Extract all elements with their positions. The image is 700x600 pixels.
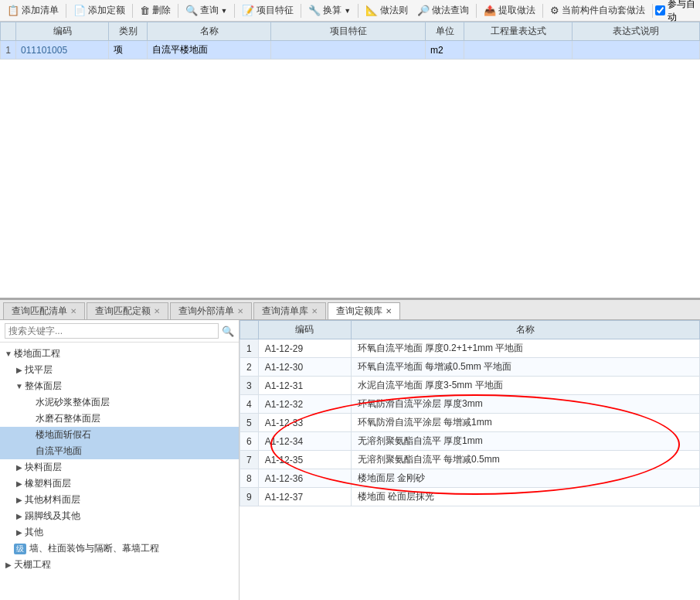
tree-item-4[interactable]: 水泥砂浆整体面层 bbox=[0, 394, 239, 411]
quota-code: A1-12-36 bbox=[258, 469, 351, 488]
tree-label-4: 水泥砂浆整体面层 bbox=[36, 396, 236, 409]
tree-item-11[interactable]: ▶踢脚线及其他 bbox=[0, 508, 239, 524]
col-num-header bbox=[1, 22, 16, 41]
tree-item-2[interactable]: ▶找平层 bbox=[0, 362, 239, 378]
item-feature-button[interactable]: 📝 项目特征 bbox=[238, 2, 297, 19]
sep1 bbox=[66, 4, 66, 18]
query-arrow: ▼ bbox=[221, 7, 228, 15]
quota-code: A1-12-32 bbox=[258, 395, 351, 414]
get-law-label: 提取做法 bbox=[498, 4, 535, 17]
query-label: 查询 bbox=[200, 4, 219, 17]
quota-name-header: 名称 bbox=[351, 321, 699, 339]
tree-toggle-8[interactable]: ▶ bbox=[14, 463, 25, 472]
tree-item-13[interactable]: 级墙、柱面装饰与隔断、幕墙工程 bbox=[0, 540, 239, 557]
col-name-header: 名称 bbox=[148, 22, 271, 41]
tree-item-10[interactable]: ▶其他材料面层 bbox=[0, 492, 239, 508]
auto-set-button[interactable]: ⚙ 当前构件自动套做法 bbox=[546, 2, 649, 19]
tree-item-7[interactable]: 自流平地面 bbox=[0, 443, 239, 459]
add-list-button[interactable]: 📋 添加清单 bbox=[3, 2, 63, 19]
tab-close-query-quota[interactable]: ✕ bbox=[386, 307, 392, 315]
tab-label: 查询定额库 bbox=[336, 305, 382, 318]
tab-query-quota[interactable]: 查询定额库✕ bbox=[328, 302, 400, 319]
item-feature-label: 项目特征 bbox=[257, 4, 294, 17]
query-button[interactable]: 🔍 查询 ▼ bbox=[182, 2, 232, 19]
tree-item-3[interactable]: ▼整体面层 bbox=[0, 378, 239, 394]
col-expr-header: 工程量表达式 bbox=[464, 22, 573, 41]
quota-row-8[interactable]: 8 A1-12-36 楼地面层 金刚砂 bbox=[240, 469, 700, 488]
tab-match-list[interactable]: 查询匹配清单✕ bbox=[3, 302, 85, 319]
tree-item-12[interactable]: ▶其他 bbox=[0, 524, 239, 540]
tree-label-10: 其他材料面层 bbox=[25, 493, 236, 506]
main-top-area: 编码 类别 名称 项目特征 单位 工程量表达式 表达式说明 1 01110100… bbox=[0, 22, 700, 300]
bottom-panel: 查询匹配清单✕查询匹配定额✕查询外部清单✕查询清单库✕查询定额库✕ 🔍 ▼楼地面… bbox=[0, 300, 700, 600]
row-desc bbox=[573, 41, 700, 60]
quota-row-2[interactable]: 2 A1-12-30 环氧自流平地面 每增减0.5mm 平地面 bbox=[240, 358, 700, 377]
quota-row-6[interactable]: 6 A1-12-34 无溶剂聚氨酯自流平 厚度1mm bbox=[240, 432, 700, 451]
tree-toggle-11[interactable]: ▶ bbox=[14, 512, 25, 520]
row-unit: m2 bbox=[426, 41, 464, 60]
row-name: 自流平楼地面 bbox=[148, 41, 271, 60]
quota-row-7[interactable]: 7 A1-12-35 无溶剂聚氨酯自流平 每增减0.5mm bbox=[240, 451, 700, 469]
quota-row-3[interactable]: 3 A1-12-31 水泥自流平地面 厚度3-5mm 平地面 bbox=[240, 377, 700, 395]
toolbar: 📋 添加清单 📄 添加定额 🗑 删除 🔍 查询 ▼ 📝 项目特征 🔧 换算 ▼ … bbox=[0, 0, 700, 22]
table-row[interactable]: 1 011101005 项 自流平楼地面 m2 bbox=[1, 41, 700, 60]
tree-item-6[interactable]: 楼地面斩假石 bbox=[0, 427, 239, 443]
quota-row-4[interactable]: 4 A1-12-32 环氧防滑自流平涂层 厚度3mm bbox=[240, 395, 700, 414]
tree-item-8[interactable]: ▶块料面层 bbox=[0, 459, 239, 476]
search-input[interactable] bbox=[5, 323, 219, 339]
tree-toggle-9[interactable]: ▶ bbox=[14, 479, 25, 488]
do-law-button[interactable]: 📐 做法则 bbox=[362, 2, 412, 19]
auto-checkbox[interactable] bbox=[655, 5, 665, 15]
tree-label-14: 天棚工程 bbox=[14, 558, 236, 571]
tab-close-query-list[interactable]: ✕ bbox=[311, 307, 318, 315]
quota-name: 环氧防滑自流平涂层 每增减1mm bbox=[351, 414, 699, 432]
get-law-button[interactable]: 📤 提取做法 bbox=[480, 2, 539, 19]
tab-query-list[interactable]: 查询清单库✕ bbox=[253, 302, 326, 319]
calc-icon: 🔧 bbox=[308, 5, 321, 16]
do-law-query-button[interactable]: 🔎 做法查询 bbox=[413, 2, 473, 19]
tree-toggle-14[interactable]: ▶ bbox=[3, 561, 14, 569]
auto-set-label: 当前构件自动套做法 bbox=[562, 4, 645, 17]
quota-code: A1-12-34 bbox=[258, 432, 351, 451]
quota-row-5[interactable]: 5 A1-12-33 环氧防滑自流平涂层 每增减1mm bbox=[240, 414, 700, 432]
quota-name: 无溶剂聚氨酯自流平 每增减0.5mm bbox=[351, 451, 699, 469]
quota-name: 无溶剂聚氨酯自流平 厚度1mm bbox=[351, 432, 699, 451]
tree-item-9[interactable]: ▶橡塑料面层 bbox=[0, 476, 239, 492]
tree-toggle-3[interactable]: ▼ bbox=[14, 382, 25, 390]
quota-name: 环氧自流平地面 每增减0.5mm 平地面 bbox=[351, 358, 699, 377]
tree-item-1[interactable]: ▼楼地面工程 bbox=[0, 346, 239, 362]
add-quota-button[interactable]: 📄 添加定额 bbox=[70, 2, 129, 19]
search-button[interactable]: 🔍 bbox=[222, 326, 234, 337]
tree-toggle-10[interactable]: ▶ bbox=[14, 496, 25, 504]
tree-toggle-12[interactable]: ▶ bbox=[14, 528, 25, 537]
sep6 bbox=[358, 4, 358, 18]
row-num: 1 bbox=[1, 41, 16, 60]
tree-label-6: 楼地面斩假石 bbox=[36, 428, 236, 441]
tree-item-14[interactable]: ▶天棚工程 bbox=[0, 557, 239, 573]
col-unit-header: 单位 bbox=[426, 22, 464, 41]
main-table: 编码 类别 名称 项目特征 单位 工程量表达式 表达式说明 1 01110100… bbox=[0, 22, 700, 60]
tree-item-5[interactable]: 水磨石整体面层 bbox=[0, 411, 239, 427]
do-law-query-icon: 🔎 bbox=[417, 5, 430, 16]
delete-button[interactable]: 🗑 删除 bbox=[136, 2, 175, 19]
quota-row-9[interactable]: 9 A1-12-37 楼地面 砼面层抹光 bbox=[240, 488, 700, 506]
tab-close-match-list[interactable]: ✕ bbox=[70, 307, 76, 315]
calc-button[interactable]: 🔧 换算 ▼ bbox=[304, 2, 355, 19]
tree-area: ▼楼地面工程▶找平层▼整体面层水泥砂浆整体面层水磨石整体面层楼地面斩假石自流平地… bbox=[0, 343, 239, 600]
auto-checkbox-container[interactable]: 参与自动 bbox=[655, 0, 697, 24]
tree-toggle-1[interactable]: ▼ bbox=[3, 349, 14, 358]
col-type-header: 类别 bbox=[109, 22, 148, 41]
auto-checkbox-label: 参与自动 bbox=[668, 0, 697, 24]
quota-code: A1-12-29 bbox=[258, 339, 351, 358]
tab-close-match-quota[interactable]: ✕ bbox=[154, 307, 160, 315]
quota-row-num: 4 bbox=[240, 395, 259, 414]
tab-close-query-outer[interactable]: ✕ bbox=[237, 307, 243, 315]
quota-code: A1-12-37 bbox=[258, 488, 351, 506]
quota-row-1[interactable]: 1 A1-12-29 环氧自流平地面 厚度0.2+1+1mm 平地面 bbox=[240, 339, 700, 358]
tree-toggle-2[interactable]: ▶ bbox=[14, 366, 25, 374]
query-icon: 🔍 bbox=[185, 5, 198, 16]
row-code: 011101005 bbox=[16, 41, 109, 60]
tab-query-outer[interactable]: 查询外部清单✕ bbox=[170, 302, 252, 319]
tree-label-5: 水磨石整体面层 bbox=[36, 412, 236, 425]
tab-match-quota[interactable]: 查询匹配定额✕ bbox=[87, 302, 168, 319]
